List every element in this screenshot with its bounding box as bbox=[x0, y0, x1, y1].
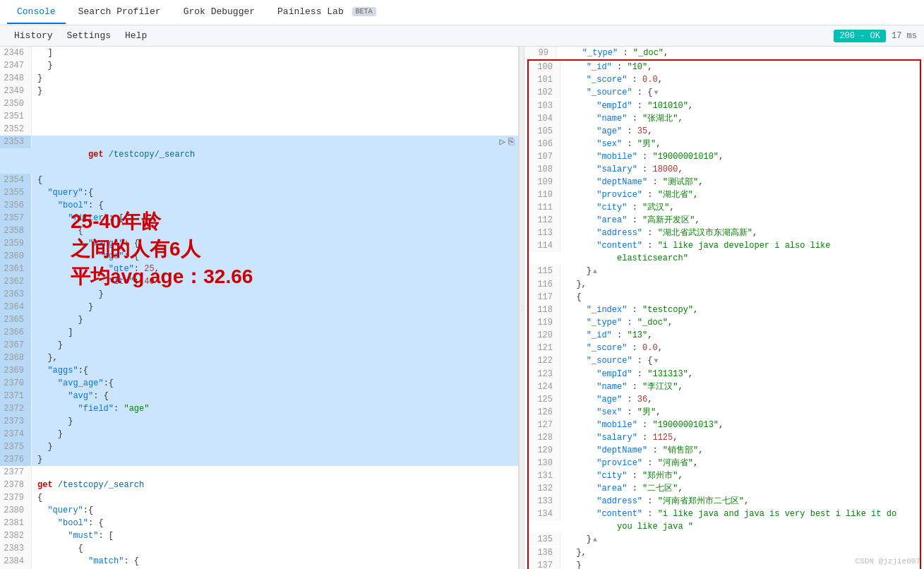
table-row: 2379 { bbox=[0, 491, 518, 504]
table-row: 2362 "lte": 40 bbox=[0, 275, 518, 288]
table-row: 118 "_index" : "testcopy", bbox=[529, 304, 920, 316]
response-time: 17 ms bbox=[892, 31, 917, 41]
table-row: 2378 get /testcopy/_search bbox=[0, 479, 518, 491]
table-row: 2360 "age": { bbox=[0, 250, 518, 263]
run-icon[interactable]: ▷ bbox=[500, 136, 505, 148]
table-row: 2359 "range": { bbox=[0, 237, 518, 250]
table-row: 2377 bbox=[0, 466, 518, 479]
table-row: 2361 "gte": 25, bbox=[0, 263, 518, 275]
table-row: you like java " bbox=[529, 520, 920, 533]
table-row: 107 "mobile" : "19000001010", bbox=[529, 150, 920, 163]
table-row: 108 "salary" : 18000, bbox=[529, 163, 920, 176]
table-row: 109 "deptName" : "测试部", bbox=[529, 176, 920, 188]
response-area: 99 "_type" : "_doc", 100 "_id" : "10", 1… bbox=[524, 47, 924, 569]
table-row: 119 "_type" : "_doc", bbox=[529, 316, 920, 329]
table-row: 130 "provice" : "河南省", bbox=[529, 457, 920, 469]
beta-badge: BETA bbox=[352, 7, 376, 16]
table-row: 2355 "query":{ bbox=[0, 186, 518, 199]
table-row: 2352 bbox=[0, 123, 518, 136]
table-row: 104 "name" : "张湖北", bbox=[529, 112, 920, 125]
table-row: 2350 bbox=[0, 97, 518, 110]
table-row: 2368 }, bbox=[0, 352, 518, 364]
top-nav: Console Search Profiler Grok Debugger Pa… bbox=[0, 0, 924, 25]
table-row: 2351 bbox=[0, 110, 518, 123]
left-panel[interactable]: 2346 ] 2347 } 2348 } 2349 } 2350 2351 bbox=[0, 47, 519, 569]
table-row: 135 }▲ bbox=[529, 533, 920, 546]
table-row: 2384 "match": { bbox=[0, 555, 518, 568]
table-row: 101 "_score" : 0.0, bbox=[529, 73, 920, 86]
table-row: 110 "provice" : "湖北省", bbox=[529, 188, 920, 201]
table-row: 102 "_source" : {▼ bbox=[529, 86, 920, 100]
table-row: 2354 { bbox=[0, 174, 518, 186]
table-row: 128 "salary" : 1125, bbox=[529, 431, 920, 444]
table-row: 121 "_score" : 0.0, bbox=[529, 342, 920, 354]
table-row: 2374 } bbox=[0, 428, 518, 441]
table-row: 129 "deptName" : "销售部", bbox=[529, 444, 920, 457]
table-row: 122 "_source" : {▼ bbox=[529, 354, 920, 368]
table-row: 2357 "filter": [ bbox=[0, 212, 518, 224]
table-row: 2371 "avg": { bbox=[0, 390, 518, 402]
table-row: 120 "_id" : "13", bbox=[529, 329, 920, 342]
table-row: 2380 "query":{ bbox=[0, 504, 518, 517]
table-row: 2372 "field": "age" bbox=[0, 402, 518, 415]
table-row: 134 "content" : "i like java and java is… bbox=[529, 508, 920, 520]
table-row: 112 "area" : "高新开发区", bbox=[529, 214, 920, 227]
table-row: 2363 } bbox=[0, 288, 518, 301]
table-row: 2375 } bbox=[0, 441, 518, 453]
table-row: 2347 } bbox=[0, 59, 518, 72]
table-row: 2358 { bbox=[0, 224, 518, 237]
nav-help[interactable]: Help bbox=[118, 28, 154, 44]
table-row: 2369 "aggs":{ bbox=[0, 364, 518, 377]
table-row: 105 "age" : 35, bbox=[529, 125, 920, 138]
table-row: 2381 "bool": { bbox=[0, 517, 518, 529]
table-row: 116 }, bbox=[529, 278, 920, 291]
tab-search-profiler[interactable]: Search Profiler bbox=[68, 1, 171, 24]
main-content: 2346 ] 2347 } 2348 } 2349 } 2350 2351 bbox=[0, 47, 924, 569]
nav-settings[interactable]: Settings bbox=[60, 28, 118, 44]
table-row: 124 "name" : "李江汉", bbox=[529, 381, 920, 393]
panel-separator[interactable]: ⋮ bbox=[519, 47, 524, 569]
status-badge: 200 - OK bbox=[834, 30, 886, 42]
editor-area: 2346 ] 2347 } 2348 } 2349 } 2350 2351 bbox=[0, 47, 518, 569]
table-row: 2370 "avg_age":{ bbox=[0, 377, 518, 390]
table-row: elasticsearch" bbox=[529, 252, 920, 265]
table-row: 132 "area" : "二七区", bbox=[529, 482, 920, 495]
second-nav: History Settings Help 200 - OK 17 ms bbox=[0, 25, 924, 47]
table-row: 113 "address" : "湖北省武汉市东湖高新", bbox=[529, 227, 920, 239]
table-row: 2356 "bool": { bbox=[0, 199, 518, 212]
response-highlight-section: 100 "_id" : "10", 101 "_score" : 0.0, 10… bbox=[527, 59, 921, 569]
right-panel[interactable]: 99 "_type" : "_doc", 100 "_id" : "10", 1… bbox=[524, 47, 924, 569]
table-row: 131 "city" : "郑州市", bbox=[529, 469, 920, 482]
table-row: 99 "_type" : "_doc", bbox=[524, 47, 924, 59]
watermark: CSDN @jzjie007 bbox=[856, 557, 920, 565]
table-row: 126 "sex" : "男", bbox=[529, 406, 920, 419]
table-row: 114 "content" : "i like java developer i… bbox=[529, 239, 920, 252]
table-row: 125 "age" : 36, bbox=[529, 393, 920, 406]
table-row: 115 }▲ bbox=[529, 265, 920, 278]
table-row: 127 "mobile" : "19000001013", bbox=[529, 419, 920, 431]
table-row: 2373 } bbox=[0, 415, 518, 428]
table-row: 2364 } bbox=[0, 301, 518, 313]
table-row: 2346 ] bbox=[0, 47, 518, 59]
nav-history[interactable]: History bbox=[7, 28, 60, 44]
table-row: 100 "_id" : "10", bbox=[529, 61, 920, 73]
tab-painless-lab[interactable]: Painless Lab BETA bbox=[268, 1, 385, 24]
table-row: 2382 "must": [ bbox=[0, 529, 518, 542]
table-row: 2365 } bbox=[0, 313, 518, 326]
table-row: 2349 } bbox=[0, 85, 518, 97]
table-row: 123 "empId" : "131313", bbox=[529, 368, 920, 381]
table-row: 2366 ] bbox=[0, 326, 518, 339]
table-row: 103 "empId" : "101010", bbox=[529, 100, 920, 112]
tab-grok-debugger[interactable]: Grok Debugger bbox=[174, 1, 265, 24]
table-row: 133 "address" : "河南省郑州市二七区", bbox=[529, 495, 920, 508]
table-row: 106 "sex" : "男", bbox=[529, 138, 920, 150]
table-row: 2367 } bbox=[0, 339, 518, 352]
table-row: 2353 get /testcopy/_search ▷ ⎘ bbox=[0, 136, 518, 174]
copy-icon[interactable]: ⎘ bbox=[508, 136, 514, 148]
table-row: 111 "city" : "武汉", bbox=[529, 201, 920, 214]
table-row: 2348 } bbox=[0, 72, 518, 85]
table-row: 2376 } bbox=[0, 453, 518, 466]
table-row: 117 { bbox=[529, 291, 920, 304]
tab-console[interactable]: Console bbox=[7, 1, 66, 24]
table-row: 2383 { bbox=[0, 542, 518, 555]
